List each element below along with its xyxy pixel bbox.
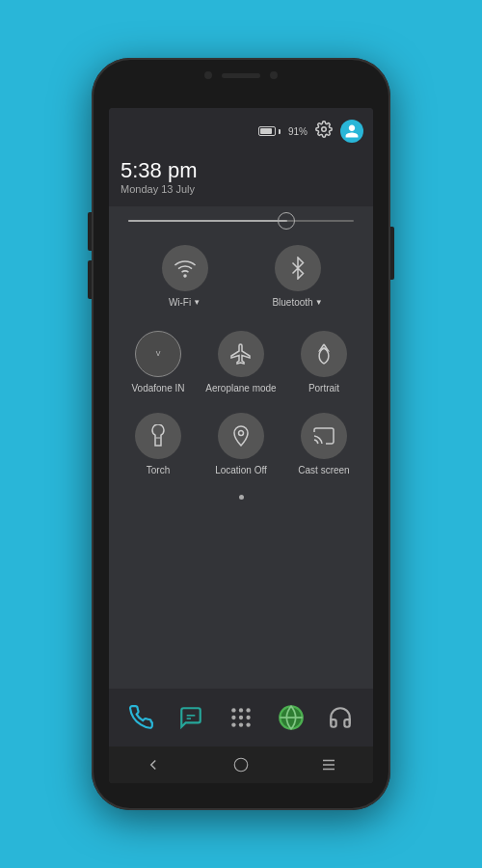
phone-outer: 91% 5:38 pm Monday 13 July <box>92 58 390 810</box>
battery-percent: 91% <box>288 126 308 137</box>
location-label: Location Off <box>215 465 267 475</box>
tile-portrait[interactable]: Portrait <box>282 321 365 403</box>
vodafone-label: Vodafone IN <box>131 383 184 393</box>
page-indicator <box>109 489 373 503</box>
speaker <box>222 73 260 78</box>
brightness-thumb[interactable] <box>278 212 295 230</box>
svg-point-8 <box>239 708 243 712</box>
cast-label: Cast screen <box>298 465 349 475</box>
brightness-row[interactable] <box>109 206 373 235</box>
quick-settings-panel: Wi-Fi ▼ Bluetooth ▼ <box>109 206 373 689</box>
tile-torch[interactable]: Torch <box>117 403 200 485</box>
date-display: Monday 13 July <box>120 183 362 195</box>
tile-cast[interactable]: Cast screen <box>282 403 365 485</box>
portrait-label: Portrait <box>308 383 339 393</box>
wifi-label: Wi-Fi ▼ <box>169 297 201 308</box>
battery-icon <box>258 126 281 136</box>
vol-down-button[interactable] <box>88 260 92 299</box>
aeroplane-label: Aeroplane mode <box>205 383 276 393</box>
svg-point-1 <box>184 275 186 277</box>
torch-label: Torch <box>147 465 170 475</box>
svg-point-18 <box>234 758 248 772</box>
svg-point-9 <box>246 708 250 712</box>
nav-back-button[interactable] <box>136 747 171 782</box>
sensor <box>270 71 278 79</box>
dock-browser[interactable] <box>272 698 310 737</box>
svg-point-11 <box>239 716 243 719</box>
tiles-grid-row1: Wi-Fi ▼ Bluetooth ▼ <box>109 235 373 317</box>
svg-point-0 <box>322 127 327 132</box>
front-camera <box>204 71 212 79</box>
bottom-dock <box>109 689 373 746</box>
svg-point-3 <box>239 431 244 436</box>
svg-point-14 <box>239 722 243 726</box>
bluetooth-label: Bluetooth ▼ <box>272 297 322 308</box>
brightness-slider[interactable] <box>128 220 354 222</box>
tiles-grid-row2: V Vodafone IN Aeroplane mode <box>109 317 373 489</box>
tile-vodafone[interactable]: V Vodafone IN <box>117 321 200 403</box>
svg-point-12 <box>246 716 250 719</box>
user-avatar[interactable] <box>340 120 363 143</box>
power-button[interactable] <box>390 227 394 280</box>
dock-launcher[interactable] <box>222 698 260 737</box>
time-display: 5:38 pm <box>120 158 362 183</box>
dock-phone[interactable] <box>122 698 161 737</box>
phone-screen: 91% 5:38 pm Monday 13 July <box>109 108 373 783</box>
svg-point-13 <box>231 722 235 726</box>
nav-home-button[interactable] <box>224 747 258 782</box>
tile-bluetooth[interactable]: Bluetooth ▼ <box>241 235 354 317</box>
svg-point-15 <box>246 722 250 726</box>
svg-point-7 <box>231 708 235 712</box>
nav-recent-button[interactable] <box>311 747 346 782</box>
time-date-area: 5:38 pm Monday 13 July <box>109 154 373 206</box>
svg-point-10 <box>231 716 235 719</box>
tile-wifi[interactable]: Wi-Fi ▼ <box>128 235 241 317</box>
vol-up-button[interactable] <box>88 212 92 251</box>
tile-aeroplane[interactable]: Aeroplane mode <box>200 321 282 403</box>
nav-bar <box>109 746 373 783</box>
tile-location[interactable]: Location Off <box>200 403 282 485</box>
settings-gear-icon[interactable] <box>315 121 333 142</box>
dock-headphones[interactable] <box>321 698 360 737</box>
status-bar: 91% <box>109 108 373 154</box>
dock-messages[interactable] <box>172 698 210 737</box>
